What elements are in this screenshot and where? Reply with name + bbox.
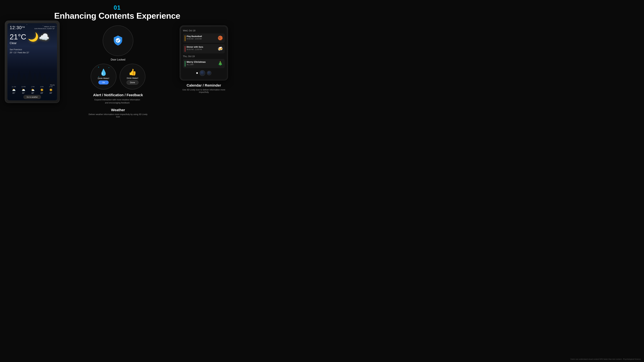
event-basketball-title: Play Basketball [186,35,202,37]
page-header: 01 Enhancing Contents Experience [0,0,234,24]
water-drop-icon: 💧 [100,69,108,76]
svg-marker-7 [41,74,48,85]
drink-water-ok-card: ✦ ✦ 💧 ✦ Drink Water! Ok [91,64,116,89]
shield-icon [112,34,124,47]
left-panel: 12:30PM FRIDAY, 23 JUN SAN FRANCISCO, SU… [3,20,60,103]
location-name: San Francisco [10,48,55,51]
go-to-weather-button[interactable]: Go to weather [23,95,41,99]
event-basketball: Play Basketball 09:00 AM - 10:00 AM 🏀 [183,33,225,43]
door-locked-section: Door Locked [103,25,133,61]
tablet-screen: 12:30PM FRIDAY, 23 JUN SAN FRANCISCO, SU… [8,23,57,100]
event-christmas: Merry Christmas ALL DAY 🎄 [183,59,225,68]
svg-point-11 [116,38,120,43]
phone-frame: Wed, Oct 18 Play Basketball 09:00 AM - 1… [180,25,228,80]
main-content: 12:30PM FRIDAY, 23 JUN SAN FRANCISCO, SU… [0,24,234,118]
phone-camera-area [183,68,225,77]
camera-lens-1 [200,70,205,76]
alert-desc: Expand interaction with more intuitive i… [93,98,141,104]
sparkle-3: ✦ [98,76,99,77]
svg-marker-4 [26,70,34,85]
drink-water-ok-section: ✦ ✦ 💧 ✦ Drink Water! Ok [91,64,116,89]
calendar-section-labels: Calendar / Reminder Use 3D Lively Icon t… [178,83,230,93]
done-button[interactable]: Done [126,80,138,85]
door-locked-card [103,25,133,56]
camera-lens-2 [207,71,212,75]
svg-marker-6 [36,71,44,85]
door-locked-label: Door Locked [111,58,126,61]
calendar-date-2: Thu, Oct 19 [183,55,225,58]
event-christmas-allday: ALL DAY [186,63,206,65]
weather-title: Weather [88,108,148,112]
sparkle-2: ✦ [108,67,110,68]
trees-silhouette [8,64,57,85]
moon-cloud-icon: 🌙☁️ [28,32,50,41]
drink-water-done-section: 👍 Drink Water! Done [120,64,146,89]
event-dinner-time: 08:00 PM - 11:00 PM [186,48,203,50]
go-to-weather-container: Go to weather [8,95,57,99]
right-panel: Wed, Oct 18 Play Basketball 09:00 AM - 1… [176,24,231,93]
hourly-forecast: 11 AM 🌥️ 21° 12 PM 🌥️ 21° 1 PM ⛅ 22° [8,85,57,95]
event-dinner-emoji: 🍻 [218,46,223,51]
event-color-bar-basketball [185,35,185,41]
calendar-date-1: Wed, Oct 18 [183,29,225,32]
thumbs-up-icon: 👍 [128,68,136,76]
alert-title: Alert / Notification / Feedback [93,93,143,97]
event-christmas-emoji: 🎄 [218,61,223,66]
ok-button[interactable]: Ok [98,80,109,84]
event-basketball-emoji: 🏀 [218,35,223,40]
svg-marker-0 [8,77,14,85]
drink-water-done-card: 👍 Drink Water! Done [120,64,146,89]
event-color-bar-christmas [185,61,185,67]
date-weather-info: FRIDAY, 23 JUN SAN FRANCISCO, SUNNY 20° [34,26,55,30]
event-christmas-title: Merry Christmas [186,60,206,63]
forecast-item-0: 11 AM 🌥️ 21° [12,86,16,94]
svg-marker-2 [15,71,23,85]
event-dinner: Dinner with Sara 08:00 PM - 11:00 PM 🍻 [183,44,225,53]
sparkle-1: ✦ [98,66,99,68]
drink-water-label-1: Drink Water! [98,77,109,79]
forecast-item-3: 2 PM ☀️ 23° [40,86,44,94]
phone-screen: Wed, Oct 18 Play Basketball 09:00 AM - 1… [181,27,227,79]
forecast-item-2: 1 PM ⛅ 22° [31,86,34,94]
page-title: Enhancing Contents Experience [0,11,234,20]
event-color-bar-dinner [185,46,185,52]
svg-marker-5 [32,72,38,85]
weather-condition: Clear [8,41,57,45]
camera-dot-1 [196,72,198,74]
feels-like: 25° / 21° Feels like 22° [10,51,55,54]
location-info: San Francisco 25° / 21° Feels like 22° [8,45,57,55]
event-dinner-title: Dinner with Sara [186,46,203,48]
weather-desc: Deliver weather information more impactf… [88,113,148,118]
alert-section-labels: Alert / Notification / Feedback Expand i… [93,93,143,104]
drink-water-circles: ✦ ✦ 💧 ✦ Drink Water! Ok 👍 Drink Water! D… [91,64,146,89]
time-display: 12:30PM [10,25,25,30]
event-basketball-time: 09:00 AM - 10:00 AM [186,38,202,40]
calendar-section-desc: Use 3D Lively Icon to deliver informatio… [178,88,230,93]
time-value: 12:30PM [10,25,25,30]
drink-water-label-2: Drink Water! [127,77,138,79]
screen-top-bar: 12:30PM FRIDAY, 23 JUN SAN FRANCISCO, SU… [8,23,57,31]
water-drop-sparkle: ✦ ✦ 💧 ✦ [100,68,108,76]
svg-marker-1 [10,74,18,85]
forecast-item-4: 2 PM ☀️ 24° [49,86,53,94]
weather-main: 21°C 🌙☁️ [8,31,57,41]
center-panel: Door Locked ✦ ✦ 💧 ✦ Drink Water! Ok [88,24,148,118]
weather-section-labels: Weather Deliver weather information more… [88,108,148,118]
tablet-frame: 12:30PM FRIDAY, 23 JUN SAN FRANCISCO, SU… [5,20,60,103]
section-number: 01 [0,4,234,11]
temperature-display: 21°C [10,32,26,41]
svg-marker-3 [20,73,28,85]
forecast-item-1: 12 PM 🌥️ 21° [22,86,26,94]
calendar-section-title: Calendar / Reminder [178,83,230,87]
